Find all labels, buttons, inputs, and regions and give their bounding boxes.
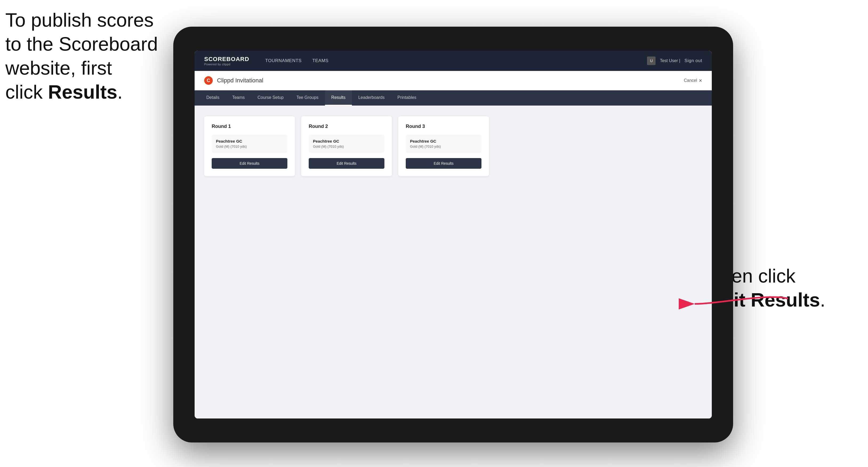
tournament-title: Clippd Invitational <box>217 77 264 84</box>
tab-course-setup[interactable]: Course Setup <box>251 90 290 105</box>
instruction-left: To publish scores to the Scoreboard webs… <box>5 8 158 104</box>
instruction-right-suffix: . <box>820 289 825 311</box>
course-detail-3: Gold (M) (7010 yds) <box>410 145 477 149</box>
edit-results-button-3[interactable]: Edit Results <box>406 158 482 169</box>
page-container: To publish scores to the Scoreboard webs… <box>0 0 868 467</box>
round-1-title: Round 1 <box>212 124 287 129</box>
instruction-prefix: click <box>5 81 48 103</box>
sign-out-link[interactable]: Sign out <box>685 58 702 63</box>
cancel-label: Cancel <box>684 78 697 83</box>
top-nav: SCOREBOARD Powered by clippd TOURNAMENTS… <box>195 51 712 71</box>
logo-area: SCOREBOARD Powered by clippd <box>204 56 249 66</box>
nav-link-tournaments[interactable]: TOURNAMENTS <box>265 58 302 63</box>
cancel-button[interactable]: Cancel ✕ <box>684 78 702 83</box>
nav-link-teams[interactable]: TEAMS <box>312 58 329 63</box>
course-name-3: Peachtree GC <box>410 139 477 144</box>
tablet-screen: SCOREBOARD Powered by clippd TOURNAMENTS… <box>195 51 712 418</box>
logo-sub: Powered by clippd <box>204 63 249 66</box>
tab-teams[interactable]: Teams <box>226 90 251 105</box>
course-name-1: Peachtree GC <box>216 139 283 144</box>
tournament-title-row: C Clippd Invitational <box>204 76 264 85</box>
round-card-3: Round 3 Peachtree GC Gold (M) (7010 yds)… <box>398 116 489 176</box>
round-card-2: Round 2 Peachtree GC Gold (M) (7010 yds)… <box>301 116 392 176</box>
course-detail-2: Gold (M) (7010 yds) <box>313 145 380 149</box>
logo-text: SCOREBOARD <box>204 56 249 63</box>
edit-results-button-2[interactable]: Edit Results <box>309 158 384 169</box>
close-icon: ✕ <box>699 78 702 83</box>
round-3-title: Round 3 <box>406 124 482 129</box>
course-card-1: Peachtree GC Gold (M) (7010 yds) <box>212 135 287 153</box>
nav-right: U Test User | Sign out <box>647 57 702 65</box>
user-avatar: U <box>647 57 655 65</box>
clippd-icon: C <box>204 76 213 85</box>
nav-links: TOURNAMENTS TEAMS <box>265 58 647 63</box>
course-detail-1: Gold (M) (7010 yds) <box>216 145 283 149</box>
course-card-3: Peachtree GC Gold (M) (7010 yds) <box>406 135 482 153</box>
tab-printables[interactable]: Printables <box>391 90 423 105</box>
round-2-title: Round 2 <box>309 124 384 129</box>
content-area: Round 1 Peachtree GC Gold (M) (7010 yds)… <box>195 105 712 418</box>
tab-bar: Details Teams Course Setup Tee Groups Re… <box>195 90 712 105</box>
round-card-1: Round 1 Peachtree GC Gold (M) (7010 yds)… <box>204 116 295 176</box>
tournament-header: C Clippd Invitational Cancel ✕ <box>195 71 712 90</box>
tab-tee-groups[interactable]: Tee Groups <box>290 90 325 105</box>
course-name-2: Peachtree GC <box>313 139 380 144</box>
instruction-line-3: website, first <box>5 57 112 79</box>
tab-leaderboards[interactable]: Leaderboards <box>352 90 391 105</box>
instruction-suffix: . <box>117 81 123 103</box>
rounds-grid: Round 1 Peachtree GC Gold (M) (7010 yds)… <box>204 116 702 176</box>
instruction-line-1: To publish scores <box>5 9 154 31</box>
tab-details[interactable]: Details <box>200 90 226 105</box>
tablet-device: SCOREBOARD Powered by clippd TOURNAMENTS… <box>173 27 733 442</box>
user-name: Test User | <box>660 58 680 63</box>
instruction-line-2: to the Scoreboard <box>5 33 158 55</box>
edit-results-button-1[interactable]: Edit Results <box>212 158 287 169</box>
tab-results[interactable]: Results <box>325 90 352 105</box>
course-card-2: Peachtree GC Gold (M) (7010 yds) <box>309 135 384 153</box>
instruction-bold: Results <box>48 81 117 103</box>
